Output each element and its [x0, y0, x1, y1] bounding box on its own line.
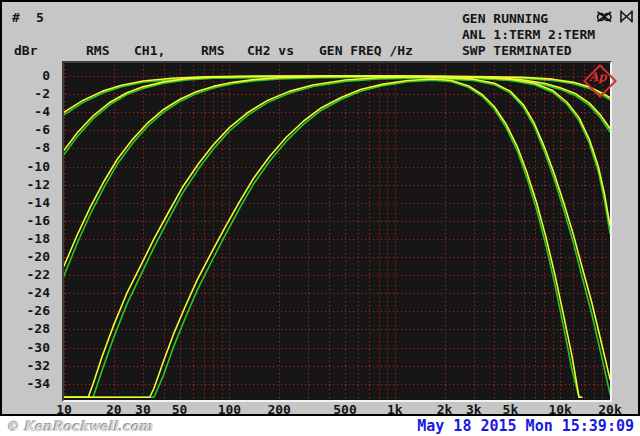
trace-ch2-label: CH2 vs	[247, 43, 294, 58]
y-tick-label: -28	[4, 321, 50, 337]
sweep-counter-value: 5	[36, 10, 44, 25]
x-tick-label: 3k	[466, 403, 482, 417]
x-tick-label: 500	[333, 403, 356, 417]
status-gen: GEN RUNNING	[462, 11, 548, 26]
x-tick-label: 1k	[387, 403, 403, 417]
x-tick-label: 200	[267, 403, 290, 417]
y-tick-label: -8	[4, 140, 50, 156]
status-anl: ANL 1:TERM 2:TERM	[462, 27, 595, 42]
y-tick-label: -6	[4, 122, 50, 138]
plot-area	[62, 61, 612, 402]
x-tick-label: 50	[172, 403, 188, 417]
y-tick-label: -20	[4, 249, 50, 265]
status-swp: SWP TERMINATED	[462, 43, 572, 58]
y-tick-label: -30	[4, 340, 50, 356]
sweep-status-icon	[596, 9, 613, 24]
y-tick-label: -24	[4, 285, 50, 301]
y-tick-label: -14	[4, 195, 50, 211]
y-tick-label: -18	[4, 231, 50, 247]
monitor-mute-icon	[618, 9, 635, 24]
plot-canvas	[64, 63, 610, 400]
x-tick-label: 20k	[598, 403, 621, 417]
y-tick-label: -12	[4, 177, 50, 193]
y-tick-label: -32	[4, 358, 50, 374]
x-tick-label: 5k	[503, 403, 519, 417]
x-tick-label: 2k	[437, 403, 453, 417]
y-tick-label: -10	[4, 159, 50, 175]
y-axis-unit-label: dBr	[14, 43, 37, 58]
y-tick-label: -26	[4, 303, 50, 319]
x-tick-label: 20	[106, 403, 122, 417]
sweep-counter-hash: #	[12, 10, 20, 25]
trace-ch1-label: CH1,	[134, 43, 165, 58]
trace-rms2-label: RMS	[201, 43, 224, 58]
y-tick-label: -22	[4, 267, 50, 283]
analyzer-crt-screen: # 5 GEN RUNNING ANL 1:TERM 2:TERM dBr RM…	[0, 0, 640, 416]
x-tick-label: 100	[218, 403, 241, 417]
y-tick-label: -2	[4, 86, 50, 102]
y-tick-label: -16	[4, 213, 50, 229]
y-tick-label: 0	[4, 68, 50, 84]
x-tick-label: 10k	[548, 403, 571, 417]
y-tick-label: -4	[4, 104, 50, 120]
x-axis-title: GEN FREQ /Hz	[319, 43, 413, 58]
kenrockwell-watermark: © KenRockwell.com	[6, 419, 153, 434]
x-tick-label: 30	[135, 403, 151, 417]
analyzer-screenshot: # 5 GEN RUNNING ANL 1:TERM 2:TERM dBr RM…	[0, 0, 640, 436]
x-tick-label: 10	[56, 403, 72, 417]
trace-rms1-label: RMS	[86, 43, 109, 58]
y-tick-label: -34	[4, 376, 50, 392]
datetime-stamp: May 18 2015 Mon 15:39:09	[417, 417, 634, 435]
